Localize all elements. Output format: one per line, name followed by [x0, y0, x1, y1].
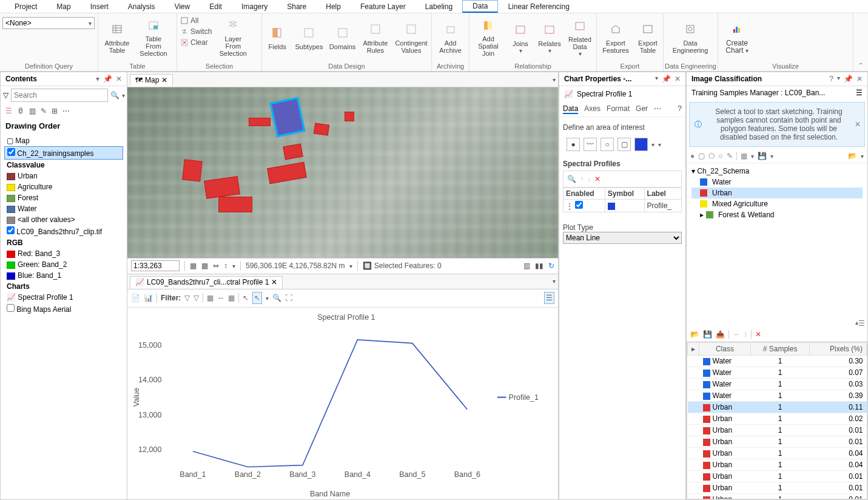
ts-row[interactable]: Urban10.01 — [688, 494, 867, 500]
aoi-poly-button[interactable] — [634, 138, 648, 151]
close-icon[interactable]: ✕ — [116, 75, 122, 83]
menu-view[interactable]: View — [164, 1, 200, 12]
schema-water[interactable]: Water — [691, 177, 863, 187]
data-engineering-button[interactable]: Data Engineering — [666, 16, 715, 58]
ts-row[interactable]: Urban10.01 — [688, 482, 867, 494]
toc-map-node[interactable]: ▢ Map — [4, 135, 123, 146]
menu-feature-layer[interactable]: Feature Layer — [351, 1, 415, 12]
sp-search-icon[interactable]: 🔍 — [567, 175, 576, 183]
chart-view-tab[interactable]: 📈 LC09_Bands2thru7_cli...ctral Profile 1… — [130, 276, 283, 288]
menu-analysis[interactable]: Analysis — [118, 1, 165, 12]
ribbon-collapse-button[interactable]: ⌃ — [853, 13, 868, 71]
rotate-icon[interactable]: ▦ — [207, 294, 214, 302]
definition-query-select[interactable]: <None>▾ — [2, 17, 95, 29]
chart-tab-overflow-icon[interactable]: ▾ — [553, 278, 556, 285]
ts-delete-icon[interactable]: ✕ — [755, 330, 761, 339]
list-by-editing-icon[interactable]: ✎ — [41, 107, 47, 115]
toc-class-water[interactable]: Water — [4, 203, 123, 214]
menu-linear-referencing[interactable]: Linear Referencing — [498, 1, 579, 12]
menu-share[interactable]: Share — [277, 1, 316, 12]
ts-row[interactable]: Urban10.02 — [688, 413, 867, 425]
sp-down-icon[interactable]: ↓ — [587, 175, 591, 183]
menu-help[interactable]: Help — [316, 1, 351, 12]
sp-up-icon[interactable]: ↑ — [580, 175, 584, 183]
close-tab-icon[interactable]: ✕ — [161, 76, 167, 84]
related-data-button[interactable]: Related Data▾ — [567, 16, 593, 58]
cp-tab-data[interactable]: Data — [563, 104, 578, 114]
filter-icon[interactable]: ▽ — [3, 91, 8, 100]
toc-layer-raster[interactable]: LC09_Bands2thru7_clip.tif — [4, 225, 123, 237]
menu-project[interactable]: Project — [5, 1, 47, 12]
sp-enabled-cb[interactable] — [575, 201, 583, 209]
domains-button[interactable]: Domains — [328, 16, 357, 58]
cp-help-icon[interactable]: ? — [678, 104, 682, 114]
aoi-circle-button[interactable]: ○ — [601, 138, 614, 151]
schema-root-node[interactable]: ▾ Ch_22_Schema — [691, 166, 863, 177]
ts-row[interactable]: Water10.03 — [688, 379, 867, 390]
aoi-more-icon[interactable]: ▾ — [658, 141, 661, 148]
cp-tab-ger[interactable]: Ger — [636, 104, 648, 114]
pin-icon[interactable]: 📌 — [662, 75, 671, 83]
sp-row[interactable]: ⋮ Profile_ — [564, 200, 682, 212]
schema-forest-&-wetland[interactable]: ▸ Forest & Wetland — [691, 209, 863, 220]
ts-col-expand[interactable]: ▸ — [688, 343, 699, 356]
map-scale-input[interactable] — [131, 260, 180, 271]
cp-tab-axes[interactable]: Axes — [584, 104, 601, 114]
toc-basemap[interactable]: Bing Maps Aerial — [4, 303, 123, 315]
toc-band[interactable]: Green: Band_2 — [4, 259, 123, 270]
filter-ext-icon[interactable]: ▽ — [184, 294, 190, 302]
sp-col-enabled[interactable]: Enabled — [564, 188, 605, 200]
pin-icon[interactable]: 📌 — [844, 75, 853, 83]
list-by-selection-icon[interactable]: ▥ — [29, 107, 36, 115]
ts-row[interactable]: Water10.07 — [688, 367, 867, 379]
map-view-tab[interactable]: 🗺 Map ✕ — [130, 74, 173, 86]
aoi-line-button[interactable]: 〰 — [584, 138, 597, 151]
options-icon[interactable]: ☰ — [856, 89, 863, 97]
dyn-constraints-icon[interactable]: ⇔ — [213, 262, 219, 270]
cp-drop-icon[interactable]: ▾ — [655, 75, 658, 83]
close-icon[interactable]: ✕ — [675, 75, 681, 83]
toc-cb-2[interactable] — [7, 226, 15, 234]
sel-tool-icon[interactable]: ↖ — [243, 294, 249, 302]
layer-from-selection-button[interactable]: Layer From Selection — [217, 16, 249, 58]
swap-icon[interactable]: ↔ — [217, 294, 224, 302]
tab-overflow-icon[interactable]: ▾ — [553, 76, 556, 83]
full-ext-icon[interactable]: ⛶ — [285, 294, 292, 302]
toc-class-agriculture[interactable]: Agriculture — [4, 181, 123, 192]
search-dropdown[interactable]: ▾ — [122, 92, 125, 99]
pin-icon[interactable]: 📌 — [103, 75, 112, 83]
toc-layer-trainingsamples[interactable]: Ch_22_trainingsamples — [4, 146, 123, 160]
toc-cb-1[interactable] — [7, 148, 15, 156]
ts-point-tool[interactable]: ● — [690, 152, 695, 160]
chart-type-icon[interactable]: 📊 — [144, 294, 153, 302]
panel-opts-icon[interactable]: ☰ — [858, 319, 865, 328]
ts-open2-icon[interactable]: 📂 — [690, 330, 699, 339]
menu-map[interactable]: Map — [47, 1, 80, 12]
ts-col-pixels[interactable]: Pixels (%) — [810, 343, 867, 356]
switch-selection-button[interactable]: Switch — [180, 27, 213, 36]
close-message-icon[interactable]: ✕ — [855, 120, 861, 129]
map-canvas[interactable] — [127, 87, 558, 258]
corrections-icon[interactable]: ↕ — [224, 262, 227, 270]
spatial-join-button[interactable]: Add Spatial Join — [472, 16, 505, 58]
attribute-rules-button[interactable]: Attribute Rules — [361, 16, 390, 58]
fields-button[interactable]: Fields — [264, 16, 291, 58]
close-chart-tab-icon[interactable]: ✕ — [271, 278, 277, 286]
ts-row[interactable]: Urban10.01 — [688, 425, 867, 436]
relates-button[interactable]: Relates▾ — [536, 16, 563, 58]
ts-row[interactable]: Urban10.01 — [688, 436, 867, 448]
filter-sel-icon[interactable]: ▽ — [193, 294, 199, 302]
ts-merge-icon[interactable]: ↔ — [733, 330, 740, 339]
table-from-selection-button[interactable]: Table From Selection — [137, 16, 170, 58]
toc-class-forest[interactable]: Forest — [4, 192, 123, 203]
joins-button[interactable]: Joins▾ — [508, 16, 533, 58]
toc-cb-3[interactable] — [7, 304, 15, 312]
more-icon[interactable]: ⋯ — [62, 107, 70, 115]
menu-edit[interactable]: Edit — [200, 1, 232, 12]
aoi-point-button[interactable]: ● — [567, 138, 580, 151]
catalog-icon[interactable]: ▥ — [523, 262, 530, 270]
sp-col-symbol[interactable]: Symbol — [605, 188, 644, 200]
contingent-values-button[interactable]: Contingent Values — [394, 16, 429, 58]
toc-band[interactable]: Red: Band_3 — [4, 248, 123, 259]
ts-col-class[interactable]: Class — [699, 343, 751, 356]
